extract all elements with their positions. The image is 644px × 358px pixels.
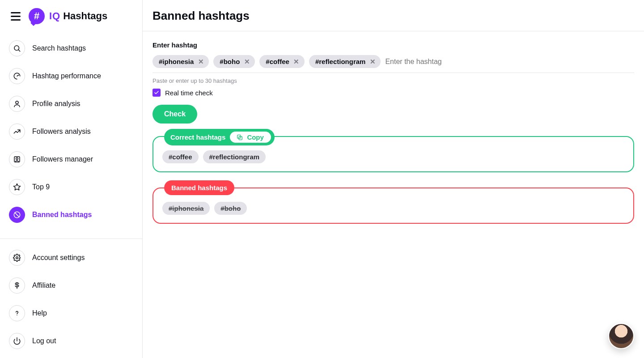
correct-hashtags-panel: Correct hashtags Copy #coffee #reflectio…	[153, 136, 634, 172]
sidebar-item-followers-analysis[interactable]: Followers analysis	[5, 121, 137, 142]
remove-chip-icon[interactable]: ✕	[197, 58, 204, 65]
sidebar-item-followers-manager[interactable]: Followers manager	[5, 149, 137, 170]
banned-tag[interactable]: #boho	[214, 202, 247, 215]
sidebar-item-label: Profile analysis	[32, 100, 80, 108]
chip-text: #boho	[220, 58, 240, 65]
input-hint: Paste or enter up to 30 hashtags	[153, 77, 634, 84]
sidebar-item-profile-analysis[interactable]: Profile analysis	[5, 93, 137, 115]
sidebar-item-label: Followers analysis	[32, 128, 91, 136]
sidebar-item-banned-hashtags[interactable]: Banned hashtags	[5, 204, 137, 226]
sidebar-item-label: Log out	[32, 337, 56, 345]
hashtag-chip[interactable]: #reflectiongram ✕	[309, 55, 381, 68]
sidebar-item-label: Affiliate	[32, 281, 55, 290]
remove-chip-icon[interactable]: ✕	[293, 58, 300, 65]
banned-hashtags-panel: Banned hashtags #iphonesia #boho	[153, 188, 634, 224]
support-chat-button[interactable]	[608, 323, 634, 349]
page-title: Banned hashtags	[143, 0, 644, 31]
sidebar-item-label: Hashtag performance	[32, 72, 101, 80]
brand[interactable]: # IQ Hashtags	[29, 8, 107, 24]
sidebar-item-affiliate[interactable]: Affiliate	[5, 275, 137, 296]
profile-icon	[9, 96, 25, 112]
sidebar-item-label: Top 9	[32, 183, 50, 191]
sidebar-item-search-hashtags[interactable]: Search hashtags	[5, 38, 137, 59]
correct-tag[interactable]: #reflectiongram	[203, 150, 266, 163]
main-nav: Search hashtags Hashtag performance Prof…	[0, 38, 142, 226]
svg-point-2	[16, 101, 18, 104]
correct-hashtags-title: Correct hashtags	[170, 133, 225, 141]
menu-toggle-button[interactable]	[9, 10, 22, 22]
input-label: Enter hashtag	[153, 41, 634, 49]
brand-hashtags: Hashtags	[63, 10, 107, 22]
banned-hashtags-title: Banned hashtags	[171, 184, 227, 192]
svg-point-0	[14, 46, 19, 51]
remove-chip-icon[interactable]: ✕	[369, 58, 376, 65]
chip-text: #reflectiongram	[315, 58, 366, 65]
svg-line-1	[18, 50, 20, 51]
hashtag-chip[interactable]: #boho ✕	[213, 55, 255, 68]
banned-hashtags-header: Banned hashtags	[164, 180, 234, 195]
brand-badge-icon: #	[29, 8, 45, 24]
hashtag-input[interactable]	[385, 58, 492, 66]
star-icon	[9, 179, 25, 195]
chip-text: #iphonesia	[159, 58, 194, 65]
dollar-icon	[9, 277, 25, 294]
sidebar-item-label: Account settings	[32, 254, 85, 262]
sidebar-item-help[interactable]: Help	[5, 303, 137, 324]
sidebar-item-log-out[interactable]: Log out	[5, 330, 137, 352]
sidebar-item-label: Help	[32, 309, 47, 317]
search-icon	[9, 40, 25, 56]
hashtag-input-row[interactable]: #iphonesia ✕ #boho ✕ #coffee ✕ #reflecti…	[153, 53, 634, 73]
realtime-checkbox[interactable]	[153, 89, 161, 97]
realtime-row[interactable]: Real time check	[153, 89, 213, 97]
gauge-icon	[9, 68, 25, 84]
copy-button[interactable]: Copy	[230, 132, 271, 143]
sidebar-item-hashtag-performance[interactable]: Hashtag performance	[5, 65, 137, 87]
svg-line-7	[15, 213, 19, 217]
banned-tag[interactable]: #iphonesia	[162, 202, 210, 215]
sidebar-item-label: Banned hashtags	[32, 211, 92, 219]
svg-marker-5	[14, 184, 21, 190]
correct-hashtags-header: Correct hashtags Copy	[164, 129, 275, 145]
power-icon	[9, 333, 25, 349]
help-icon	[9, 305, 25, 321]
copy-icon	[236, 134, 243, 141]
main: Banned hashtags Enter hashtag #iphonesia…	[143, 0, 644, 358]
realtime-label: Real time check	[165, 89, 213, 97]
svg-point-4	[16, 158, 18, 160]
svg-point-8	[16, 257, 18, 259]
copy-label: Copy	[247, 133, 264, 141]
chart-up-icon	[9, 124, 25, 140]
hashtag-chip[interactable]: #coffee ✕	[259, 55, 305, 68]
chip-text: #coffee	[266, 58, 289, 65]
sidebar: # IQ Hashtags Search hashtags Hashtag pe…	[0, 0, 143, 358]
sidebar-item-account-settings[interactable]: Account settings	[5, 247, 137, 268]
sidebar-item-label: Followers manager	[32, 155, 93, 163]
correct-tag[interactable]: #coffee	[162, 150, 199, 163]
sidebar-item-label: Search hashtags	[32, 44, 86, 52]
hashtag-chip[interactable]: #iphonesia ✕	[153, 55, 209, 68]
ban-icon	[9, 207, 25, 223]
brand-iq: IQ	[49, 10, 60, 22]
remove-chip-icon[interactable]: ✕	[243, 58, 250, 65]
sidebar-divider	[0, 234, 142, 239]
secondary-nav: Account settings Affiliate Help Log out	[0, 247, 142, 352]
sidebar-item-top-9[interactable]: Top 9	[5, 176, 137, 198]
followers-manager-icon	[9, 151, 25, 167]
check-button[interactable]: Check	[153, 105, 197, 124]
gear-icon	[9, 250, 25, 266]
